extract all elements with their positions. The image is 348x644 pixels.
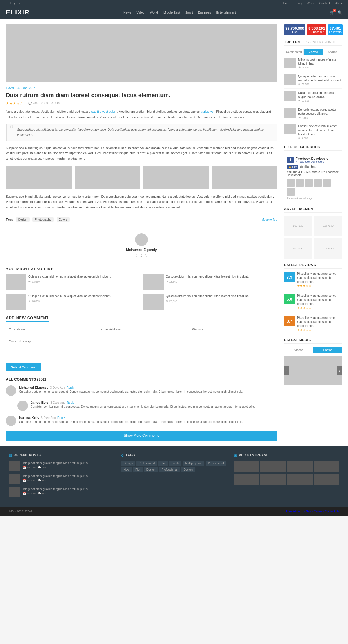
nav-entertainment[interactable]: Entertainment [216, 11, 236, 14]
footer-post-3: Integer at diam gravida fringilla Nibh p… [9, 487, 114, 497]
related-item-1: Quisque dictum nisl non nunc aliquet vit… [6, 274, 140, 290]
name-input[interactable] [6, 325, 94, 333]
reply-link-2[interactable]: Reply [67, 401, 75, 404]
instagram-link[interactable]: in [19, 1, 22, 5]
search-icon[interactable]: 🔍 [338, 10, 342, 15]
author-name: Mohamed Elgendy [126, 248, 157, 252]
tab-commented[interactable]: Commented [284, 49, 304, 55]
nav-video[interactable]: Video [137, 11, 145, 14]
review-stars-3: ★★☆☆☆ [297, 328, 342, 332]
logo: ELIXIR [6, 9, 30, 16]
media-next-button[interactable]: › [337, 366, 342, 375]
twitter-button[interactable]: 37,481 Followers [328, 24, 343, 35]
blockquote: Suspendisse blandit ligula turpis conval… [6, 124, 277, 141]
media-tab-photos[interactable]: Photos [313, 347, 342, 353]
tag-design[interactable]: Design [16, 217, 30, 222]
comment-form: Submit Comment [6, 325, 277, 371]
footer-tag-4[interactable]: Fresh [169, 461, 182, 466]
nav-business[interactable]: Business [198, 11, 211, 14]
footer-tag-3[interactable]: Flat [158, 461, 168, 466]
article-stats: ★★★☆☆ 💬 288 ♡ 88 👁 143 [6, 101, 277, 105]
tab-viewed[interactable]: Viewed [304, 49, 323, 55]
footer-photo-stream: ▣ Photo Stream [234, 453, 339, 500]
footer-tag-6[interactable]: Professional [206, 461, 226, 466]
footer-about-link[interactable]: About Us [293, 510, 305, 513]
contact-link[interactable]: Contact [319, 1, 330, 5]
body-link-1[interactable]: sagittis vestibulum [91, 110, 117, 113]
like-badge: 👍 Like [287, 165, 298, 169]
views-count: 👁 143 [51, 102, 59, 105]
youtube-button[interactable]: 8,503,291 Subscriber [307, 24, 326, 35]
all-comments-title: ALL COMMENTS (352) [6, 377, 277, 381]
review-stars-2: ★★★☆☆ [297, 306, 342, 310]
header-icons: 🛒1 🔍 [329, 10, 342, 15]
nav-middle-east[interactable]: Middle East [163, 11, 180, 14]
footer-news-link[interactable]: News [306, 510, 313, 513]
reply-link-1[interactable]: Reply [67, 386, 74, 389]
comment-text-1: Curabitur porttitor non mi a consequat. … [19, 390, 277, 394]
ad-box-3: 180×130 [284, 238, 312, 259]
body-link-2[interactable]: varius vel [201, 110, 214, 113]
email-input[interactable] [97, 325, 186, 333]
top-ten-text-2: Quisque dictum nisl non nunc aliquet vit… [298, 74, 342, 86]
show-more-comments-button[interactable]: Show More Comments [6, 431, 277, 441]
footer-tag-7[interactable]: New [121, 467, 132, 472]
author-social: f t p [135, 253, 148, 257]
author-pinterest[interactable]: p [145, 253, 146, 257]
footer-post-info-3: Integer at diam gravida fringilla Nibh p… [23, 487, 88, 497]
footer-tag-8[interactable]: Flat [133, 467, 143, 472]
photo-grid [234, 461, 339, 485]
top-ten-list: Militants post images of mass killing in… [284, 58, 342, 143]
footer-post-meta-3: 📅 MAY 19 💬 362 [23, 492, 88, 495]
nav-world[interactable]: World [150, 11, 158, 14]
author-twitter[interactable]: t [141, 253, 142, 257]
work-link[interactable]: Work [307, 1, 314, 5]
ad-box-1: 190×130 [284, 216, 312, 236]
nav-sport[interactable]: Sport [185, 11, 193, 14]
footer-home-link[interactable]: Home [285, 510, 293, 513]
message-input[interactable] [6, 336, 277, 359]
media-tab-videos[interactable]: Videos [284, 347, 313, 353]
facebook-link[interactable]: f [6, 1, 7, 5]
cart-icon[interactable]: 🛒1 [329, 10, 334, 15]
ad-box-2: 190×130 [314, 216, 342, 236]
footer-careers-link[interactable]: Careers [314, 510, 324, 513]
facebook-button[interactable]: 99,700,000 Like [284, 24, 305, 35]
blog-link[interactable]: Blog [295, 1, 302, 5]
nav-news[interactable]: News [123, 11, 131, 14]
website-input[interactable] [189, 325, 277, 333]
review-item-3: 3.7 Phasellus vitae quam sit amet mauris… [284, 316, 342, 335]
body-paragraph-1: Nunc a vulputate lectus. Vestibulum elei… [6, 109, 277, 120]
footer-photo-title: ▣ Photo Stream [234, 453, 339, 457]
twitter-link[interactable]: t [10, 1, 11, 5]
photo-2 [260, 461, 286, 472]
tag-colors[interactable]: Colors [57, 217, 70, 222]
article-thumb-3 [143, 166, 209, 189]
reply-link-3[interactable]: Reply [57, 416, 65, 419]
tab-shared[interactable]: Shared [323, 49, 342, 55]
social-buttons: 99,700,000 Like 8,503,291 Subscriber 37,… [284, 24, 342, 35]
footer-tag-10[interactable]: Professional [159, 467, 180, 472]
footer-tag-5[interactable]: Multipurpose [183, 461, 204, 466]
ar-link[interactable]: AR ▾ [335, 1, 342, 5]
move-to-top[interactable]: ↑ Move to Top [259, 218, 277, 221]
youtube-link[interactable]: y [14, 1, 16, 5]
photo-5 [234, 474, 259, 485]
footer-tag-1[interactable]: Design [121, 461, 135, 466]
footer-tag-11[interactable]: Design [181, 467, 195, 472]
fb-face-2 [296, 179, 304, 187]
home-link[interactable]: Home [282, 1, 290, 5]
comment-body-3: Karissa Kelly 3 Days Ago Reply Curabitur… [19, 416, 277, 426]
footer-contact-link[interactable]: Contact Us [325, 510, 339, 513]
footer-post-text-1: Integer at diam gravida fringilla Nibh p… [23, 461, 88, 465]
comment-avatar-3 [6, 416, 16, 426]
review-text-1: Phasellus vitae quam sit amet mauris pla… [297, 272, 342, 288]
tags-label: Tags [6, 218, 13, 221]
submit-comment-button[interactable]: Submit Comment [6, 363, 41, 371]
footer-tag-2[interactable]: Professional [136, 461, 157, 466]
media-title: LATEST MEDIA [284, 338, 342, 344]
footer-tag-9[interactable]: Design [144, 467, 158, 472]
author-facebook[interactable]: f [137, 253, 137, 257]
tag-photography[interactable]: Photography [32, 217, 54, 222]
media-prev-button[interactable]: ‹ [284, 366, 289, 375]
